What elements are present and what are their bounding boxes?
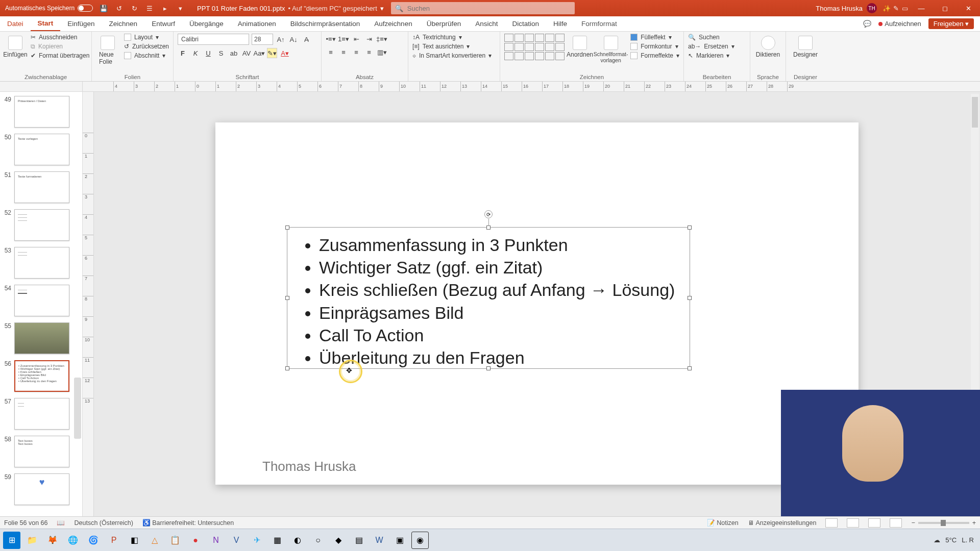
resize-handle[interactable] (688, 366, 692, 370)
bullet-item[interactable]: Wichtiger Satz (ggf. ein Zitat) (319, 256, 679, 279)
zoom-slider[interactable] (918, 522, 969, 524)
resize-handle[interactable] (688, 226, 692, 230)
maximize-button[interactable]: ◻ (933, 0, 957, 16)
vlc-icon[interactable]: △ (146, 532, 163, 549)
autosave-toggle[interactable]: Automatisches Speichern (5, 5, 93, 12)
thumbnail-scrollbar[interactable] (74, 378, 81, 439)
bullet-item[interactable]: Einprägsames Bild (319, 302, 679, 324)
case-button[interactable]: Aa▾ (254, 48, 264, 58)
font-size-select[interactable]: 28 (252, 34, 273, 45)
slide-thumbnail[interactable]: Text boxesText boxes (14, 436, 69, 467)
smartart-button[interactable]: ⟐In SmartArt konvertieren ▾ (412, 52, 496, 59)
font-color-button[interactable]: A▾ (280, 48, 290, 58)
search-box[interactable]: 🔍 (391, 2, 575, 14)
dedent-button[interactable]: ⇤ (351, 34, 361, 44)
grow-font-icon[interactable]: A↑ (276, 34, 286, 44)
resize-handle[interactable] (285, 226, 289, 230)
linespace-button[interactable]: ‡≡▾ (377, 34, 387, 44)
powerpoint-icon[interactable]: P (105, 532, 122, 549)
tab-review[interactable]: Überprüfen (420, 16, 469, 31)
thumb-row[interactable]: 53—————— (0, 243, 82, 281)
share-button[interactable]: Freigeben ▾ (928, 18, 974, 29)
display-settings-button[interactable]: 🖥 Anzeigeeinstellungen (748, 519, 817, 527)
status-proofing-icon[interactable]: 📖 (57, 519, 65, 527)
chevron-down-icon[interactable]: ▾ (380, 5, 384, 12)
zoom-in-button[interactable]: + (972, 519, 976, 527)
thumb-row[interactable]: 54———▬▬▬ (0, 281, 82, 318)
italic-button[interactable]: K (190, 48, 201, 58)
shadow-button[interactable]: ab (229, 48, 239, 58)
resize-handle[interactable] (688, 296, 692, 300)
telegram-icon[interactable]: ✈ (248, 532, 265, 549)
spacing-button[interactable]: AV (241, 48, 252, 58)
indent-button[interactable]: ⇥ (364, 34, 374, 44)
slide-thumbnails[interactable]: 49Präsentieren / Daten50Texte vorlegen51… (0, 92, 83, 516)
bullet-item[interactable]: Überleitung zu den Fragen (319, 346, 679, 369)
dictate-button[interactable]: Diktieren (754, 34, 781, 60)
tab-design[interactable]: Entwurf (144, 16, 182, 31)
onenote-icon[interactable]: N (207, 532, 225, 549)
thumb-row[interactable]: 52————————— (0, 205, 82, 243)
font-family-select[interactable]: Calibri (178, 34, 249, 45)
save-icon[interactable]: 💾 (99, 4, 108, 13)
app-icon[interactable]: ◐ (289, 532, 306, 549)
rotate-handle[interactable]: ⟳ (484, 210, 493, 218)
tab-file[interactable]: Datei (0, 16, 31, 31)
align-center-button[interactable]: ≡ (338, 47, 349, 57)
section-button[interactable]: Abschnitt ▾ (124, 52, 169, 59)
tab-help[interactable]: Hilfe (546, 16, 574, 31)
view-slideshow-button[interactable] (890, 518, 902, 528)
comments-icon[interactable]: 💬 (863, 20, 871, 28)
minimize-button[interactable]: — (910, 0, 933, 16)
content-textbox[interactable]: ⟳ Zusammenfassung in 3 Punkten Wichtiger… (287, 227, 690, 369)
zoom-control[interactable]: − + (911, 519, 976, 527)
select-button[interactable]: ↖Markieren ▾ (688, 52, 746, 59)
visio-icon[interactable]: V (228, 532, 245, 549)
cut-button[interactable]: ✂Ausschneiden (31, 34, 89, 41)
tab-draw[interactable]: Zeichnen (102, 16, 145, 31)
draw-icon[interactable]: ✎ (891, 4, 900, 13)
align-right-button[interactable]: ≡ (351, 47, 361, 57)
shape-effects-button[interactable]: Formeffekte ▾ (630, 52, 679, 59)
close-button[interactable]: ✕ (957, 0, 980, 16)
slide-thumbnail[interactable]: ———— (14, 398, 69, 430)
firefox-icon[interactable]: 🦊 (44, 532, 61, 549)
layout-button[interactable]: Layout ▾ (124, 34, 169, 41)
vertical-ruler[interactable]: 012345678910111213 (83, 92, 94, 516)
quick-styles-button[interactable]: Schnellformat-vorlagen (595, 34, 626, 65)
clear-format-icon[interactable]: A̶ (301, 34, 311, 44)
user-account[interactable]: Thomas Hruska TH (811, 3, 882, 13)
thumb-row[interactable]: 55 (0, 318, 82, 356)
highlight-button[interactable]: ✎▾ (267, 48, 277, 58)
shape-fill-button[interactable]: Fülleffekt ▾ (630, 34, 679, 41)
shrink-font-icon[interactable]: A↓ (288, 34, 299, 44)
weather-icon[interactable]: ☁ (934, 536, 940, 544)
underline-button[interactable]: U (203, 48, 213, 58)
columns-button[interactable]: ▥▾ (377, 47, 387, 57)
chrome-icon[interactable]: 🌐 (64, 532, 82, 549)
slide-edit-area[interactable]: 012345678910111213 ⟳ Zusammenfassung in … (83, 92, 980, 516)
align-text-button[interactable]: [≡]Text ausrichten ▾ (412, 43, 496, 50)
slide-canvas[interactable]: ⟳ Zusammenfassung in 3 Punkten Wichtiger… (215, 122, 859, 485)
window-icon[interactable]: ▭ (900, 4, 910, 13)
text-direction-button[interactable]: ↕ATextrichtung ▾ (412, 34, 496, 41)
tab-view[interactable]: Ansicht (468, 16, 505, 31)
edge-icon[interactable]: 🌀 (85, 532, 102, 549)
qat-more-icon[interactable]: ▾ (176, 4, 185, 13)
new-slide-button[interactable]: Neue Folie (96, 34, 120, 67)
slide-thumbnail[interactable]: Texte vorlegen (14, 134, 69, 165)
tab-transitions[interactable]: Übergänge (182, 16, 231, 31)
resize-handle[interactable] (285, 296, 289, 300)
app-icon[interactable]: 📋 (166, 532, 184, 549)
slide-thumbnail[interactable] (14, 322, 69, 354)
tab-record[interactable]: Aufzeichnen (367, 16, 419, 31)
slide-thumbnail[interactable]: • Zusammenfassung in 3 Punkten• Wichtige… (14, 360, 69, 392)
record-button[interactable]: Aufzeichnen (878, 20, 921, 28)
undo-icon[interactable]: ↺ (114, 4, 124, 13)
tab-animations[interactable]: Animationen (231, 16, 283, 31)
slide-thumbnail[interactable]: Präsentieren / Daten (14, 96, 69, 128)
thumb-row[interactable]: 58Text boxesText boxes (0, 432, 82, 469)
shape-outline-button[interactable]: Formkontur ▾ (630, 43, 679, 50)
status-access[interactable]: ♿ Barrierefreiheit: Untersuchen (142, 519, 234, 527)
replace-button[interactable]: ab→Ersetzen ▾ (688, 43, 746, 50)
